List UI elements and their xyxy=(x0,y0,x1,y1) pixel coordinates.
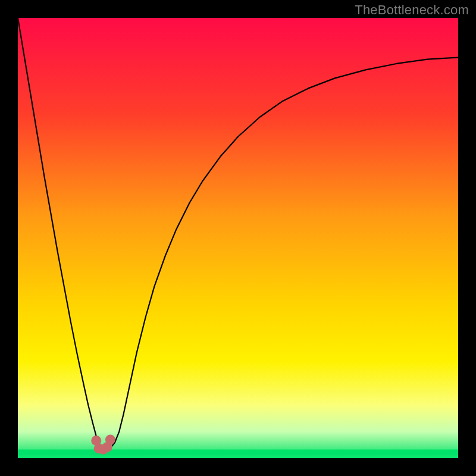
chart-frame xyxy=(18,18,458,458)
bottleneck-chart xyxy=(18,18,458,458)
gradient-background xyxy=(18,18,458,458)
watermark-text: TheBottleneck.com xyxy=(355,2,469,18)
trough-marker xyxy=(105,434,115,444)
